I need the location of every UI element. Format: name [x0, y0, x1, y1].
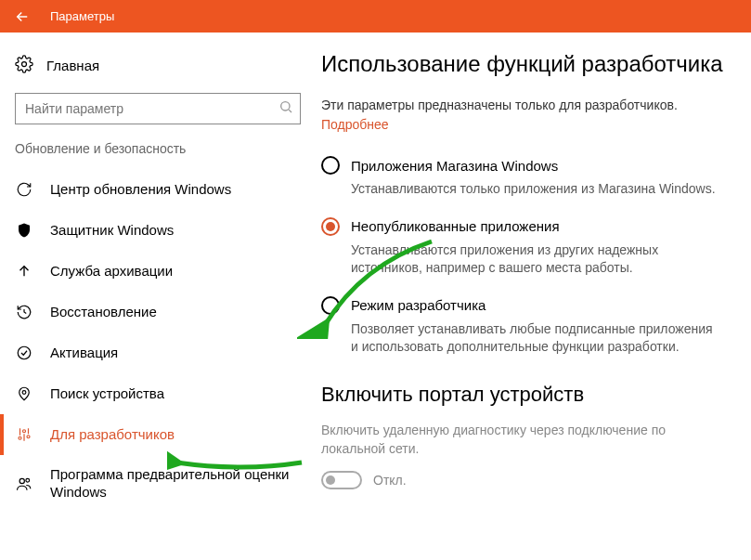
- search-box: [15, 93, 301, 124]
- page-title: Использование функций разработчика: [321, 51, 723, 77]
- device-portal-title: Включить портал устройств: [321, 383, 723, 407]
- tools-icon: [15, 426, 33, 443]
- upload-icon: [15, 263, 33, 280]
- nav-label: Защитник Windows: [50, 222, 301, 240]
- nav-list: Центр обновления Windows Защитник Window…: [7, 169, 308, 513]
- toggle-state-label: Откл.: [373, 473, 407, 488]
- nav-label: Служба архивации: [50, 263, 301, 280]
- svg-point-3: [22, 391, 26, 395]
- nav-item-activation[interactable]: Активация: [7, 332, 308, 373]
- history-icon: [15, 304, 33, 320]
- nav-label: Поиск устройства: [50, 385, 301, 403]
- learn-more-link[interactable]: Подробнее: [321, 117, 389, 132]
- category-label: Обновление и безопасность: [7, 141, 308, 169]
- radio-icon: [321, 296, 340, 315]
- svg-point-5: [23, 430, 26, 433]
- home-label: Главная: [46, 58, 99, 73]
- people-icon: [15, 475, 33, 492]
- sync-icon: [15, 181, 33, 198]
- back-button[interactable]: [0, 0, 45, 33]
- radio-developer-mode[interactable]: Режим разработчика Позволяет устанавлива…: [321, 296, 723, 357]
- radio-icon: [321, 217, 340, 236]
- gear-icon: [15, 55, 33, 76]
- radio-desc: Позволяет устанавливать любые подписанны…: [351, 320, 723, 357]
- nav-label: Центр обновления Windows: [50, 181, 301, 199]
- content-pane: Использование функций разработчика Эти п…: [316, 33, 751, 560]
- radio-label: Неопубликованные приложения: [351, 218, 560, 234]
- svg-point-4: [19, 436, 21, 439]
- radio-sideload-apps[interactable]: Неопубликованные приложения Устанавливаю…: [321, 217, 723, 278]
- svg-point-0: [22, 62, 27, 67]
- nav-item-recovery[interactable]: Восстановление: [7, 292, 308, 332]
- search-input[interactable]: [15, 93, 301, 124]
- svg-point-6: [27, 436, 30, 438]
- device-portal-desc: Включить удаленную диагностику через под…: [321, 422, 723, 458]
- arrow-left-icon: [14, 8, 31, 25]
- radio-icon: [321, 156, 340, 175]
- svg-point-8: [26, 478, 30, 482]
- radio-desc: Устанавливаются только приложения из Маг…: [351, 180, 723, 199]
- title-bar: Параметры: [0, 0, 751, 33]
- shield-icon: [15, 222, 33, 239]
- radio-label: Режим разработчика: [351, 297, 486, 313]
- svg-point-7: [19, 478, 24, 483]
- device-portal-toggle[interactable]: [321, 471, 362, 489]
- check-circle-icon: [15, 345, 33, 361]
- sidebar: Главная Обновление и безопасность Центр …: [0, 33, 316, 560]
- nav-item-windows-update[interactable]: Центр обновления Windows: [7, 169, 308, 210]
- nav-item-for-developers[interactable]: Для разработчиков: [7, 414, 308, 455]
- svg-point-1: [281, 102, 290, 111]
- developer-mode-radio-group: Приложения Магазина Windows Устанавливаю…: [321, 156, 723, 357]
- nav-item-defender[interactable]: Защитник Windows: [7, 210, 308, 251]
- nav-item-insider[interactable]: Программа предварительной оценки Windows: [7, 455, 308, 513]
- window-title: Параметры: [50, 9, 114, 23]
- nav-label: Для разработчиков: [50, 426, 301, 444]
- svg-point-2: [18, 346, 31, 359]
- nav-label: Программа предварительной оценки Windows: [50, 466, 301, 501]
- radio-store-apps[interactable]: Приложения Магазина Windows Устанавливаю…: [321, 156, 723, 199]
- nav-label: Активация: [50, 345, 301, 362]
- search-icon: [278, 99, 293, 118]
- location-icon: [15, 385, 33, 402]
- intro-text: Эти параметры предназначены только для р…: [321, 98, 723, 112]
- radio-label: Приложения Магазина Windows: [351, 158, 558, 174]
- nav-item-find-device[interactable]: Поиск устройства: [7, 373, 308, 414]
- nav-item-backup[interactable]: Служба архивации: [7, 251, 308, 292]
- home-link[interactable]: Главная: [7, 49, 308, 93]
- nav-label: Восстановление: [50, 304, 301, 321]
- radio-desc: Устанавливаются приложения из других над…: [351, 241, 723, 278]
